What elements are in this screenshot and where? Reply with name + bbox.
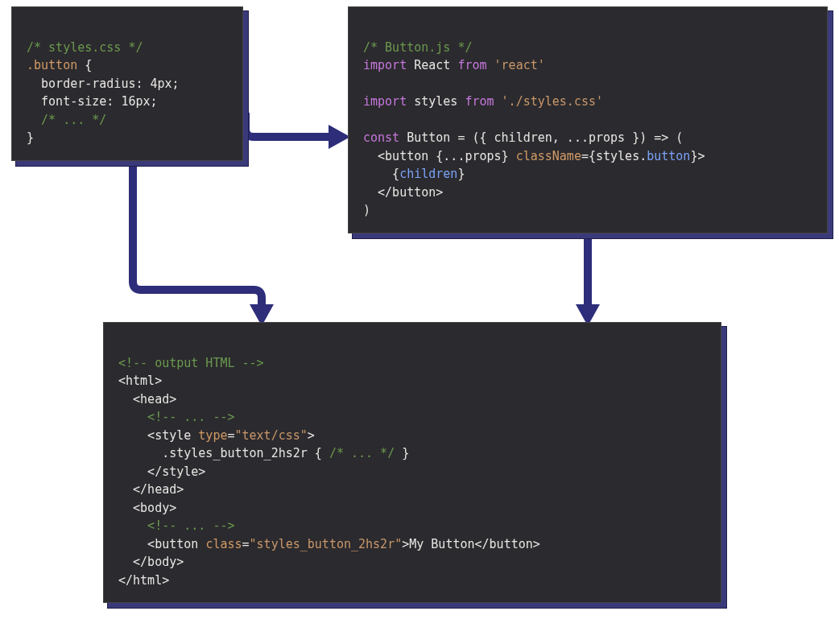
eq: = xyxy=(227,428,234,443)
css-rule: .styles_button_2hs2r { xyxy=(118,446,329,460)
comment: /* Button.js */ xyxy=(363,40,472,55)
tag: <html> xyxy=(118,374,162,388)
tag: > xyxy=(308,428,315,443)
tag: <body> xyxy=(118,501,176,515)
css-rule: border-radius: 4px; xyxy=(27,76,180,91)
eq: = xyxy=(581,149,589,163)
children: children xyxy=(399,167,457,181)
tag: </html> xyxy=(118,573,169,588)
string: "text/css" xyxy=(235,428,308,443)
code-box-output-html: <!-- output HTML --> <html> <head> <!-- … xyxy=(103,322,721,603)
code: <button {...props} xyxy=(363,149,516,163)
string: 'react' xyxy=(487,58,545,72)
css-rule: font-size: 16px; xyxy=(27,94,158,109)
comment: /* ... */ xyxy=(27,113,106,127)
arrow-css-to-html xyxy=(113,161,290,330)
prop: button xyxy=(647,149,690,163)
keyword-import: import xyxy=(363,94,407,109)
code: }> xyxy=(690,149,705,163)
code: Button = ({ children, ...props }) => ( xyxy=(399,130,683,145)
ident: styles xyxy=(407,94,465,109)
keyword-from: from xyxy=(465,94,494,109)
tag: <button xyxy=(118,537,205,551)
tag: <style xyxy=(118,428,198,443)
code: {styles. xyxy=(589,149,647,163)
code: } xyxy=(457,167,465,181)
arrow-js-to-html xyxy=(564,233,612,330)
css-rule: } xyxy=(395,446,409,460)
comment: /* ... */ xyxy=(329,446,395,460)
keyword-const: const xyxy=(363,130,399,145)
tag: <head> xyxy=(118,392,176,407)
attr: className xyxy=(516,149,581,163)
attr: type xyxy=(198,428,227,443)
comment: /* styles.css */ xyxy=(27,40,143,55)
brace: } xyxy=(27,130,34,145)
tag: >My Button</button> xyxy=(402,537,540,551)
string: './styles.css' xyxy=(494,94,603,109)
selector: .button xyxy=(27,58,77,72)
tag: </body> xyxy=(118,555,184,569)
arrow-css-to-js xyxy=(242,105,354,153)
code-box-styles-css: /* styles.css */ .button { border-radius… xyxy=(11,6,243,161)
eq: = xyxy=(242,537,250,551)
code-box-button-js: /* Button.js */ import React from 'react… xyxy=(348,6,828,233)
code: { xyxy=(363,167,399,181)
tag: </style> xyxy=(118,464,205,479)
string: "styles_button_2hs2r" xyxy=(250,537,403,551)
comment: <!-- ... --> xyxy=(118,410,235,424)
svg-marker-0 xyxy=(329,125,350,149)
keyword-import: import xyxy=(363,58,407,72)
code: </button> xyxy=(363,185,443,200)
keyword-from: from xyxy=(457,58,486,72)
attr: class xyxy=(205,537,242,551)
brace: { xyxy=(77,58,92,72)
ident: React xyxy=(407,58,457,72)
code: ) xyxy=(363,203,370,217)
comment: <!-- ... --> xyxy=(118,518,235,533)
tag: </head> xyxy=(118,482,184,497)
comment: <!-- output HTML --> xyxy=(118,356,264,370)
